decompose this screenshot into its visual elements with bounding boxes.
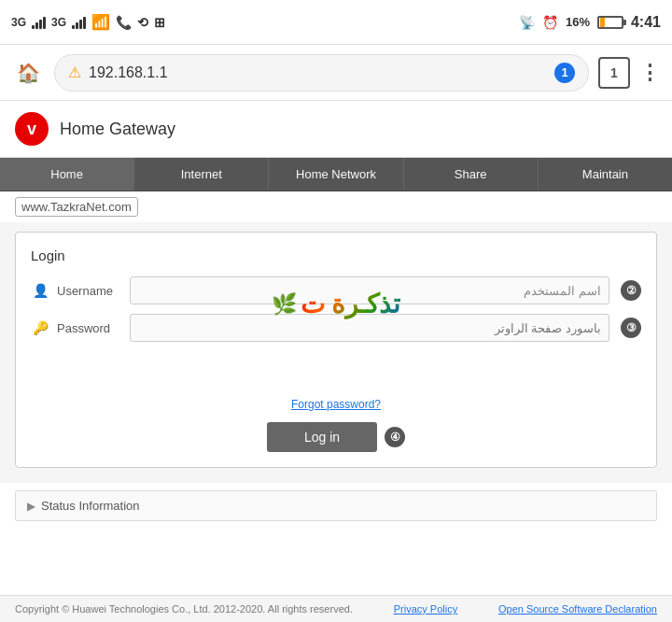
battery-percent: 16% — [566, 15, 590, 29]
bar3b — [79, 20, 82, 29]
username-label: Username — [57, 284, 122, 298]
watermark-text: www.TazkraNet.com — [15, 197, 138, 217]
password-input[interactable] — [130, 314, 609, 342]
page-footer: Copyright © Huawei Technologies Co., Ltd… — [0, 595, 672, 622]
login-button-row: Log in ④ — [31, 422, 641, 452]
cast-icon: 📡 — [519, 15, 535, 30]
bar2b — [76, 22, 78, 29]
tab-badge: 1 — [554, 63, 575, 83]
user-icon: 👤 — [31, 283, 49, 298]
gateway-title: Home Gateway — [60, 120, 175, 139]
tab-count-button[interactable]: 1 — [598, 57, 630, 89]
time-display: 4:41 — [631, 14, 661, 31]
home-icon: 🏠 — [17, 62, 40, 84]
battery-icon — [597, 16, 623, 29]
watermark-bar: www.TazkraNet.com — [0, 191, 672, 222]
bar4b — [83, 17, 86, 29]
bar2 — [35, 22, 38, 29]
battery-fill — [600, 18, 605, 27]
badge-username: ② — [621, 280, 641, 301]
status-info-text: Status Information — [41, 499, 140, 513]
screen-icon: ⊞ — [154, 15, 165, 30]
tab-home-network[interactable]: Home Network — [269, 158, 403, 191]
username-input[interactable] — [130, 276, 609, 304]
tab-home[interactable]: Home — [0, 158, 134, 191]
status-right: 📡 ⏰ 16% 4:41 — [519, 14, 661, 31]
network-3g-1: 3G — [11, 16, 26, 29]
login-title: Login — [31, 247, 641, 263]
login-button[interactable]: Log in — [267, 422, 377, 452]
network-3g-2: 3G — [51, 16, 66, 29]
status-info-bar[interactable]: ▶ Status Information — [15, 490, 657, 521]
browser-bar: 🏠 ⚠ 192.168.1.1 1 1 ⋮ — [0, 45, 672, 101]
tab-share[interactable]: Share — [404, 158, 539, 191]
tab-internet[interactable]: Internet — [134, 158, 269, 191]
copyright-text: Copyright © Huawei Technologies Co., Ltd… — [15, 603, 353, 615]
login-box: Login 👤 Username ② 🔑 Password ③ 🌿 تذكـرة… — [15, 232, 657, 468]
wifi-icon: 📶 — [91, 13, 110, 31]
status-bar: 3G 3G 📶 📞 ⟲ ⊞ 📡 ⏰ 16% 4:41 — [0, 0, 672, 45]
url-text: 192.168.1.1 — [89, 64, 168, 81]
password-row: 🔑 Password ③ — [31, 314, 641, 342]
nav-tabs: Home Internet Home Network Share Maintai… — [0, 158, 672, 191]
status-left: 3G 3G 📶 📞 ⟲ ⊞ — [11, 13, 165, 31]
forgot-password-link[interactable]: Forgot password? — [31, 398, 641, 411]
url-bar[interactable]: ⚠ 192.168.1.1 1 — [54, 54, 589, 92]
bar3 — [39, 20, 42, 29]
call-icon: 📞 — [116, 15, 132, 30]
username-row: 👤 Username ② — [31, 276, 641, 304]
vodafone-logo: v — [15, 112, 49, 146]
badge-password: ③ — [621, 318, 641, 338]
signal-bars-1 — [32, 16, 46, 29]
bar4 — [43, 17, 46, 29]
open-source-link[interactable]: Open Source Software Declaration — [498, 603, 657, 615]
signal-bars-2 — [72, 16, 86, 29]
triangle-icon: ▶ — [27, 500, 35, 513]
password-icon: 🔑 — [31, 320, 49, 335]
page-content: v Home Gateway Home Internet Home Networ… — [0, 101, 672, 622]
menu-button[interactable]: ⋮ — [639, 61, 661, 85]
bar1 — [32, 25, 35, 29]
tab-maintain[interactable]: Maintain — [539, 158, 672, 191]
privacy-policy-link[interactable]: Privacy Policy — [394, 603, 457, 615]
battery-container — [597, 16, 623, 29]
login-section: Login 👤 Username ② 🔑 Password ③ 🌿 تذكـرة… — [0, 222, 672, 483]
data-icon: ⟲ — [137, 15, 148, 30]
warning-icon: ⚠ — [68, 64, 81, 81]
vodafone-header: v Home Gateway — [0, 101, 672, 158]
browser-home-button[interactable]: 🏠 — [11, 56, 45, 90]
badge-login: ④ — [385, 427, 405, 447]
bar1b — [72, 25, 75, 29]
alarm-icon: ⏰ — [542, 15, 558, 30]
password-label: Password — [57, 321, 122, 335]
